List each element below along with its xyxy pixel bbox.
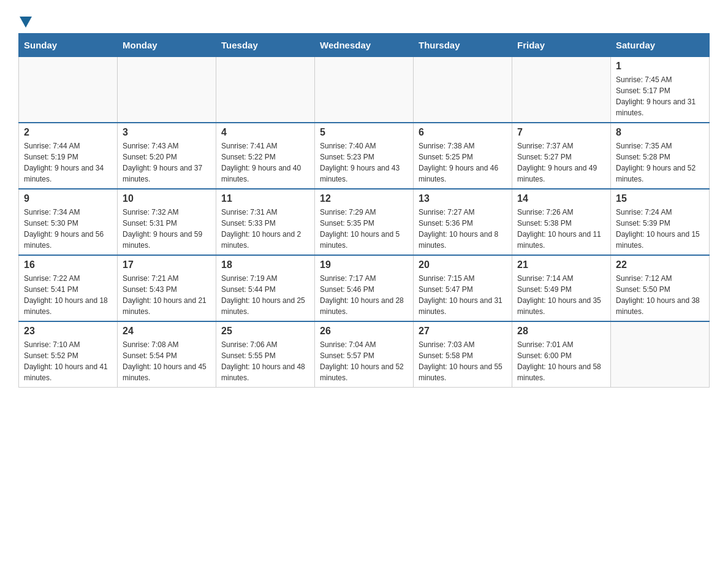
calendar-cell: 4Sunrise: 7:41 AMSunset: 5:22 PMDaylight… [216, 123, 315, 189]
day-info: Sunrise: 7:21 AMSunset: 5:43 PMDaylight:… [123, 273, 211, 317]
day-info: Sunrise: 7:40 AMSunset: 5:23 PMDaylight:… [320, 140, 408, 185]
day-info: Sunrise: 7:15 AMSunset: 5:47 PMDaylight:… [419, 273, 507, 317]
day-info: Sunrise: 7:35 AMSunset: 5:28 PMDaylight:… [616, 140, 704, 185]
calendar-cell [512, 57, 611, 123]
day-number: 17 [123, 259, 211, 270]
weekday-header-thursday: Thursday [414, 34, 512, 57]
day-number: 25 [221, 326, 309, 337]
calendar-cell: 15Sunrise: 7:24 AMSunset: 5:39 PMDayligh… [611, 189, 710, 255]
calendar-cell: 28Sunrise: 7:01 AMSunset: 6:00 PMDayligh… [512, 321, 611, 388]
day-info: Sunrise: 7:27 AMSunset: 5:36 PMDaylight:… [419, 207, 507, 251]
day-number: 5 [320, 127, 408, 138]
day-info: Sunrise: 7:32 AMSunset: 5:31 PMDaylight:… [123, 207, 211, 251]
day-number: 20 [419, 259, 507, 270]
weekday-header-row: SundayMondayTuesdayWednesdayThursdayFrid… [19, 34, 710, 57]
calendar-cell: 1Sunrise: 7:45 AMSunset: 5:17 PMDaylight… [611, 57, 710, 123]
page-header [18, 12, 710, 27]
day-number: 11 [221, 193, 309, 204]
calendar-cell [611, 321, 710, 388]
day-number: 23 [24, 326, 112, 337]
day-number: 18 [221, 259, 309, 270]
weekday-header-tuesday: Tuesday [216, 34, 315, 57]
calendar-cell: 25Sunrise: 7:06 AMSunset: 5:55 PMDayligh… [216, 321, 315, 388]
day-info: Sunrise: 7:04 AMSunset: 5:57 PMDaylight:… [320, 339, 408, 383]
calendar-cell [118, 57, 216, 123]
calendar-cell: 9Sunrise: 7:34 AMSunset: 5:30 PMDaylight… [19, 189, 118, 255]
day-number: 21 [517, 259, 605, 270]
day-info: Sunrise: 7:44 AMSunset: 5:19 PMDaylight:… [24, 140, 112, 185]
weekday-header-monday: Monday [118, 34, 216, 57]
day-info: Sunrise: 7:01 AMSunset: 6:00 PMDaylight:… [517, 339, 605, 383]
day-number: 3 [123, 127, 211, 138]
calendar-cell: 26Sunrise: 7:04 AMSunset: 5:57 PMDayligh… [315, 321, 414, 388]
day-number: 22 [616, 259, 704, 270]
day-number: 24 [123, 326, 211, 337]
calendar-cell [315, 57, 414, 123]
calendar-week-row: 23Sunrise: 7:10 AMSunset: 5:52 PMDayligh… [19, 321, 710, 388]
calendar-week-row: 16Sunrise: 7:22 AMSunset: 5:41 PMDayligh… [19, 255, 710, 321]
day-info: Sunrise: 7:17 AMSunset: 5:46 PMDaylight:… [320, 273, 408, 317]
calendar-week-row: 9Sunrise: 7:34 AMSunset: 5:30 PMDaylight… [19, 189, 710, 255]
day-info: Sunrise: 7:24 AMSunset: 5:39 PMDaylight:… [616, 207, 704, 251]
day-number: 2 [24, 127, 112, 138]
calendar-cell [19, 57, 118, 123]
day-number: 7 [517, 127, 605, 138]
day-info: Sunrise: 7:06 AMSunset: 5:55 PMDaylight:… [221, 339, 309, 383]
calendar-cell: 5Sunrise: 7:40 AMSunset: 5:23 PMDaylight… [315, 123, 414, 189]
calendar-cell [414, 57, 512, 123]
day-number: 27 [419, 326, 507, 337]
day-number: 19 [320, 259, 408, 270]
calendar-cell: 13Sunrise: 7:27 AMSunset: 5:36 PMDayligh… [414, 189, 512, 255]
day-info: Sunrise: 7:26 AMSunset: 5:38 PMDaylight:… [517, 207, 605, 251]
calendar-cell: 16Sunrise: 7:22 AMSunset: 5:41 PMDayligh… [19, 255, 118, 321]
calendar-cell: 10Sunrise: 7:32 AMSunset: 5:31 PMDayligh… [118, 189, 216, 255]
calendar-cell: 24Sunrise: 7:08 AMSunset: 5:54 PMDayligh… [118, 321, 216, 388]
day-number: 28 [517, 326, 605, 337]
calendar-table: SundayMondayTuesdayWednesdayThursdayFrid… [18, 33, 710, 388]
day-info: Sunrise: 7:45 AMSunset: 5:17 PMDaylight:… [616, 74, 704, 118]
calendar-cell: 22Sunrise: 7:12 AMSunset: 5:50 PMDayligh… [611, 255, 710, 321]
calendar-cell: 17Sunrise: 7:21 AMSunset: 5:43 PMDayligh… [118, 255, 216, 321]
calendar-cell [216, 57, 315, 123]
calendar-cell: 2Sunrise: 7:44 AMSunset: 5:19 PMDaylight… [19, 123, 118, 189]
weekday-header-sunday: Sunday [19, 34, 118, 57]
calendar-cell: 8Sunrise: 7:35 AMSunset: 5:28 PMDaylight… [611, 123, 710, 189]
calendar-cell: 21Sunrise: 7:14 AMSunset: 5:49 PMDayligh… [512, 255, 611, 321]
day-info: Sunrise: 7:10 AMSunset: 5:52 PMDaylight:… [24, 339, 112, 383]
day-number: 13 [419, 193, 507, 204]
day-number: 4 [221, 127, 309, 138]
day-number: 10 [123, 193, 211, 204]
calendar-week-row: 1Sunrise: 7:45 AMSunset: 5:17 PMDaylight… [19, 57, 710, 123]
day-info: Sunrise: 7:31 AMSunset: 5:33 PMDaylight:… [221, 207, 309, 251]
day-number: 9 [24, 193, 112, 204]
calendar-cell: 11Sunrise: 7:31 AMSunset: 5:33 PMDayligh… [216, 189, 315, 255]
day-info: Sunrise: 7:03 AMSunset: 5:58 PMDaylight:… [419, 339, 507, 383]
day-info: Sunrise: 7:19 AMSunset: 5:44 PMDaylight:… [221, 273, 309, 317]
calendar-cell: 7Sunrise: 7:37 AMSunset: 5:27 PMDaylight… [512, 123, 611, 189]
calendar-cell: 27Sunrise: 7:03 AMSunset: 5:58 PMDayligh… [414, 321, 512, 388]
logo-triangle-icon [20, 17, 32, 28]
day-number: 12 [320, 193, 408, 204]
day-info: Sunrise: 7:38 AMSunset: 5:25 PMDaylight:… [419, 140, 507, 185]
day-number: 1 [616, 61, 704, 72]
calendar-week-row: 2Sunrise: 7:44 AMSunset: 5:19 PMDaylight… [19, 123, 710, 189]
day-info: Sunrise: 7:41 AMSunset: 5:22 PMDaylight:… [221, 140, 309, 185]
day-info: Sunrise: 7:29 AMSunset: 5:35 PMDaylight:… [320, 207, 408, 251]
day-info: Sunrise: 7:43 AMSunset: 5:20 PMDaylight:… [123, 140, 211, 185]
weekday-header-saturday: Saturday [611, 34, 710, 57]
calendar-cell: 3Sunrise: 7:43 AMSunset: 5:20 PMDaylight… [118, 123, 216, 189]
day-info: Sunrise: 7:12 AMSunset: 5:50 PMDaylight:… [616, 273, 704, 317]
day-info: Sunrise: 7:08 AMSunset: 5:54 PMDaylight:… [123, 339, 211, 383]
weekday-header-wednesday: Wednesday [315, 34, 414, 57]
day-number: 8 [616, 127, 704, 138]
calendar-cell: 23Sunrise: 7:10 AMSunset: 5:52 PMDayligh… [19, 321, 118, 388]
calendar-cell: 12Sunrise: 7:29 AMSunset: 5:35 PMDayligh… [315, 189, 414, 255]
day-number: 6 [419, 127, 507, 138]
day-info: Sunrise: 7:22 AMSunset: 5:41 PMDaylight:… [24, 273, 112, 317]
day-number: 15 [616, 193, 704, 204]
day-info: Sunrise: 7:34 AMSunset: 5:30 PMDaylight:… [24, 207, 112, 251]
calendar-cell: 19Sunrise: 7:17 AMSunset: 5:46 PMDayligh… [315, 255, 414, 321]
calendar-cell: 18Sunrise: 7:19 AMSunset: 5:44 PMDayligh… [216, 255, 315, 321]
logo [18, 12, 33, 27]
day-info: Sunrise: 7:37 AMSunset: 5:27 PMDaylight:… [517, 140, 605, 185]
